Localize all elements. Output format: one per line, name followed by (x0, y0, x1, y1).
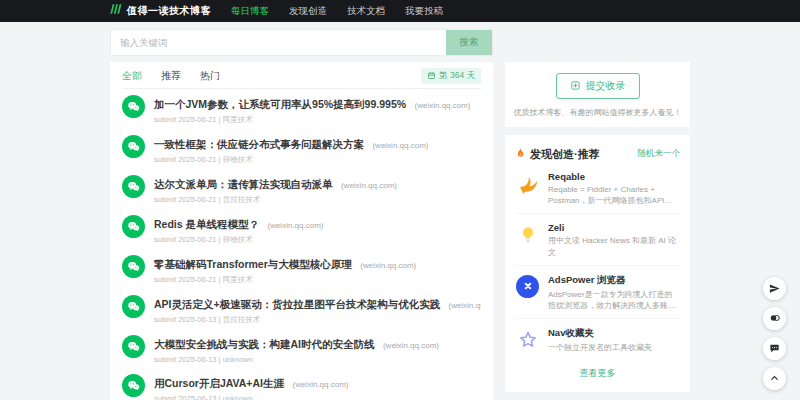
article-title-link[interactable]: 一致性框架：供应链分布式事务问题解决方案 (154, 138, 364, 150)
article-meta: submit 2025-06-21 | 得物技术 (154, 155, 428, 165)
discover-item-body: AdsPower 浏览器 AdsPower是一款专为跨境人打造的指纹浏览器，致力… (548, 274, 680, 311)
nav-item-daily-blog[interactable]: 每日博客 (231, 5, 269, 18)
page: 值得一读技术博客 每日博客 发现创造 技术文档 我要投稿 搜索 全部 推荐 热门 (0, 0, 800, 400)
tab-all[interactable]: 全部 (122, 69, 142, 83)
theme-toggle-button[interactable] (763, 307, 786, 330)
wechat-icon (122, 335, 145, 358)
article-body: 大模型安全挑战与实践：构建AI时代的安全防线 (weixin.qq.com) s… (154, 334, 439, 364)
article-row: 零基础解码Transformer与大模型核心原理 (weixin.qq.com)… (122, 249, 481, 289)
nav-item-submit[interactable]: 我要投稿 (405, 5, 443, 18)
submit-plus-icon (570, 80, 581, 93)
article-title-link[interactable]: 达尔文派单局：遗传算法实现自动派单 (154, 178, 333, 190)
discover-item-nav-favorites[interactable]: Nav收藏夹 一个独立开发者的工具收藏夹 (515, 318, 680, 360)
article-row: 加一个JVM参数，让系统可用率从95%提高到99.995% (weixin.qq… (122, 89, 481, 129)
discover-item-desc: Reqable = Fiddler + Charles + Postman，新一… (548, 184, 680, 206)
article-source: (weixin.qq.com) (415, 101, 471, 110)
discover-item-adspower[interactable]: AdsPower 浏览器 AdsPower是一款专为跨境人打造的指纹浏览器，致力… (515, 265, 680, 318)
wechat-icon (122, 175, 145, 198)
logo-icon (108, 2, 122, 20)
discover-item-zeli[interactable]: Zeli 用中文读 Hacker News 和最新 AI 论文 (515, 213, 680, 264)
article-row: API灵活定义+极速驱动：货拉拉星图平台技术架构与优化实践 (weixin.qq… (122, 289, 481, 329)
search-input[interactable] (111, 30, 446, 55)
article-row: 达尔文派单局：遗传算法实现自动派单 (weixin.qq.com) submit… (122, 169, 481, 209)
discover-header: 发现创造·推荐 随机来一个 (515, 145, 680, 163)
discover-item-body: Reqable Reqable = Fiddler + Charles + Po… (548, 171, 680, 206)
article-meta: submit 2025-06-21 | 阿里技术 (154, 115, 471, 125)
article-list: 加一个JVM参数，让系统可用率从95%提高到99.995% (weixin.qq… (122, 89, 481, 400)
nav-item-docs[interactable]: 技术文档 (347, 5, 385, 18)
article-body: 一致性框架：供应链分布式事务问题解决方案 (weixin.qq.com) sub… (154, 134, 428, 165)
tabs-row: 全部 推荐 热门 第 364 天 (122, 64, 481, 89)
back-to-top-button[interactable] (763, 367, 786, 390)
discover-item-name: Reqable (548, 171, 680, 182)
article-source: (weixin.qq.com) (449, 301, 481, 310)
discover-item-body: Nav收藏夹 一个独立开发者的工具收藏夹 (548, 327, 652, 353)
article-body: 加一个JVM参数，让系统可用率从95%提高到99.995% (weixin.qq… (154, 94, 471, 125)
tab-hot[interactable]: 热门 (200, 69, 220, 83)
wechat-icon (122, 95, 145, 118)
article-source: (weixin.qq.com) (341, 181, 397, 190)
calendar-icon (427, 71, 436, 82)
discover-refresh-link[interactable]: 随机来一个 (638, 148, 681, 160)
lightbulb-icon (515, 222, 540, 247)
article-title-link[interactable]: 零基础解码Transformer与大模型核心原理 (154, 258, 352, 270)
article-source: (weixin.qq.com) (372, 141, 428, 150)
navbar: 值得一读技术博客 每日博客 发现创造 技术文档 我要投稿 (0, 0, 800, 22)
article-row: 用Cursor开启JAVA+AI生涯 (weixin.qq.com) submi… (122, 368, 481, 400)
comment-icon (769, 340, 780, 358)
submit-button-label: 提交收录 (586, 79, 626, 93)
discover-card: 发现创造·推荐 随机来一个 Reqable Reqable = Fiddler … (505, 135, 690, 392)
day-badge: 第 364 天 (421, 68, 481, 84)
reqable-bird-icon (515, 171, 540, 196)
article-title-link[interactable]: API灵活定义+极速驱动：货拉拉星图平台技术架构与优化实践 (154, 298, 440, 310)
theme-circles-icon (769, 310, 781, 328)
article-title-link[interactable]: Redis 是单线程模型？ (154, 218, 259, 230)
share-button[interactable] (763, 277, 786, 300)
wechat-icon (122, 215, 145, 238)
article-body: Redis 是单线程模型？ (weixin.qq.com) submit 202… (154, 214, 323, 245)
discover-item-desc: AdsPower是一款专为跨境人打造的指纹浏览器，致力解决跨境人多账号登录问题，… (548, 289, 680, 311)
wechat-icon (122, 374, 145, 397)
comment-button[interactable] (763, 337, 786, 360)
search-button[interactable]: 搜索 (446, 30, 492, 55)
article-title-link[interactable]: 用Cursor开启JAVA+AI生涯 (154, 377, 284, 389)
article-source: (weixin.qq.com) (360, 261, 416, 270)
adspower-icon (515, 274, 540, 299)
paper-plane-icon (769, 280, 780, 298)
discover-item-desc: 用中文读 Hacker News 和最新 AI 论文 (548, 235, 680, 257)
day-badge-label: 第 364 天 (439, 70, 475, 82)
flame-icon (515, 145, 526, 163)
article-title-link[interactable]: 大模型安全挑战与实践：构建AI时代的安全防线 (154, 338, 375, 350)
wechat-icon (122, 135, 145, 158)
brand-link[interactable]: 值得一读技术博客 (108, 2, 211, 20)
discover-item-body: Zeli 用中文读 Hacker News 和最新 AI 论文 (548, 222, 680, 257)
discover-more-link[interactable]: 查看更多 (515, 360, 680, 382)
article-meta: submit 2025-06-21 | 阿里技术 (154, 275, 416, 285)
chevron-up-icon (769, 370, 780, 388)
article-meta: submit 2025-06-21 | 得物技术 (154, 235, 323, 245)
article-meta: submit 2025-06-21 | 货拉拉技术 (154, 195, 397, 205)
discover-item-name: Zeli (548, 222, 680, 233)
article-meta: submit 2025-06-13 | unknown (154, 355, 439, 364)
article-title-link[interactable]: 加一个JVM参数，让系统可用率从95%提高到99.995% (154, 98, 406, 110)
discover-item-name: Nav收藏夹 (548, 327, 652, 340)
tab-recommended[interactable]: 推荐 (161, 69, 181, 83)
article-body: API灵活定义+极速驱动：货拉拉星图平台技术架构与优化实践 (weixin.qq… (154, 294, 481, 325)
article-row: Redis 是单线程模型？ (weixin.qq.com) submit 202… (122, 209, 481, 249)
search-bar: 搜索 (110, 29, 493, 56)
discover-item-name: AdsPower 浏览器 (548, 274, 680, 287)
article-row: 大模型安全挑战与实践：构建AI时代的安全防线 (weixin.qq.com) s… (122, 329, 481, 368)
star-outline-icon (515, 327, 540, 352)
nav-item-discover[interactable]: 发现创造 (289, 5, 327, 18)
main-content: 搜索 全部 推荐 热门 第 364 天 (0, 22, 800, 400)
article-column: 搜索 全部 推荐 热门 第 364 天 (110, 29, 493, 400)
discover-title: 发现创造·推荐 (530, 147, 600, 162)
brand-title: 值得一读技术博客 (127, 4, 211, 18)
submit-entry-button[interactable]: 提交收录 (556, 73, 640, 99)
article-source: (weixin.qq.com) (383, 341, 439, 350)
discover-item-reqable[interactable]: Reqable Reqable = Fiddler + Charles + Po… (515, 163, 680, 213)
wechat-icon (122, 295, 145, 318)
sidebar: 提交收录 优质技术博客、有趣的网站值得被更多人看见！ 发现创造·推荐 随机来一个 (505, 62, 690, 400)
discover-item-desc: 一个独立开发者的工具收藏夹 (548, 342, 652, 353)
submit-note: 优质技术博客、有趣的网站值得被更多人看见！ (513, 107, 682, 118)
